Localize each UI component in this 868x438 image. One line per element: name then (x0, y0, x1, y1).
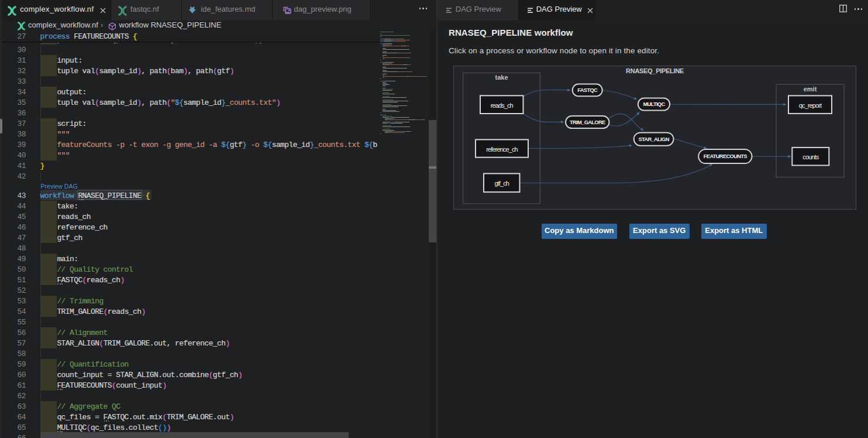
svg-text:STAR_ALIGN: STAR_ALIGN (638, 136, 669, 142)
svg-text:take: take (495, 74, 508, 81)
svg-text:emit: emit (803, 85, 817, 93)
svg-text:FEATURECOUNTS: FEATURECOUNTS (703, 154, 746, 160)
svg-text:reference_ch: reference_ch (486, 146, 518, 153)
svg-text:FASTQC: FASTQC (577, 88, 598, 94)
svg-text:gtf_ch: gtf_ch (494, 180, 509, 187)
svg-text:MULTIQC: MULTIQC (643, 102, 665, 108)
svg-text:counts: counts (802, 154, 819, 161)
svg-text:qc_report: qc_report (798, 102, 821, 109)
svg-text:TRIM_GALORE: TRIM_GALORE (569, 119, 605, 125)
svg-text:RNASEQ_PIPELINE: RNASEQ_PIPELINE (626, 67, 684, 74)
svg-text:reads_ch: reads_ch (490, 102, 513, 109)
